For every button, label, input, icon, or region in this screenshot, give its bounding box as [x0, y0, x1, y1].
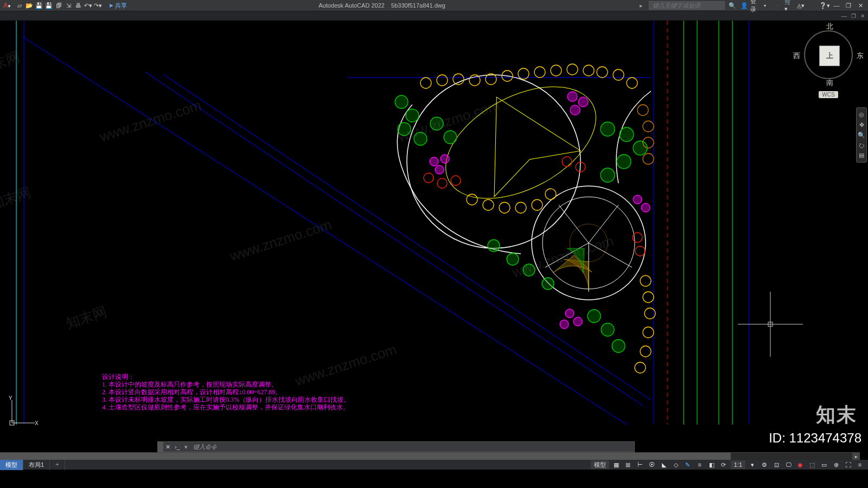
svg-point-78: [633, 233, 642, 242]
svg-point-63: [578, 97, 588, 107]
scale-label[interactable]: 1:1: [731, 460, 745, 469]
workspace-icon[interactable]: ⊡: [771, 460, 781, 469]
svg-point-25: [534, 67, 545, 78]
tab-layout-1[interactable]: 布局1: [23, 460, 50, 470]
ortho-icon[interactable]: ⊢: [635, 460, 645, 469]
doc-restore-icon[interactable]: ❐: [851, 13, 856, 19]
share-button[interactable]: ➤ 共享: [108, 2, 127, 10]
grid-icon[interactable]: ▦: [611, 460, 621, 469]
open-icon[interactable]: 📂: [25, 1, 34, 10]
viewcube-ring[interactable]: 北 南 西 东 上: [804, 30, 853, 79]
notes-line-1: 1. 本设计中的坡度及标高只作参考，按照现场实际高度调整。: [102, 381, 350, 388]
svg-point-69: [573, 317, 582, 326]
gear-icon[interactable]: ⚙: [760, 460, 769, 469]
viewcube-east[interactable]: 东: [857, 51, 864, 61]
export-icon[interactable]: ⇲: [64, 1, 73, 10]
user-icon: 👤: [740, 1, 749, 10]
orbit-icon[interactable]: ⭮: [859, 142, 865, 149]
share-label: 共享: [115, 2, 127, 10]
plot-icon[interactable]: 🗐: [54, 1, 63, 10]
custom-icon[interactable]: ⊕: [831, 460, 841, 469]
osnap-icon[interactable]: ◇: [671, 460, 681, 469]
cleanscreen-icon[interactable]: ▭: [819, 460, 829, 469]
viewcube-top-face[interactable]: 上: [819, 46, 840, 66]
fullscreen-icon[interactable]: ⛶: [843, 460, 853, 469]
svg-point-36: [643, 292, 654, 303]
drawing-canvas[interactable]: 知末网 www.znzmo.com 知末网 www.znzmo.com 知末网 …: [0, 21, 868, 460]
viewcube-north[interactable]: 北: [805, 22, 854, 31]
cmdline-expand-icon[interactable]: ▾: [182, 444, 190, 451]
cmdline-close-icon[interactable]: ✕: [163, 444, 173, 451]
undo-icon[interactable]: ↶▾: [84, 1, 92, 10]
notes-line-4: 4. 土壤造型区仅做原则性参考，应在实施予以校核调整，并保证绿化集水口顺利收水。: [102, 403, 350, 411]
svg-point-72: [641, 203, 650, 212]
cmdline-input[interactable]: 键入命令: [190, 443, 634, 451]
svg-point-53: [617, 155, 631, 169]
restore-icon[interactable]: ❐: [844, 1, 853, 10]
viewcube-west[interactable]: 西: [793, 51, 800, 61]
viewcube[interactable]: 北 南 西 东 上 WCS: [804, 30, 853, 98]
close-icon[interactable]: ✕: [856, 1, 865, 10]
svg-point-75: [451, 176, 461, 185]
status-model-label[interactable]: 模型: [591, 460, 609, 469]
svg-point-54: [601, 168, 615, 182]
redo-icon[interactable]: ↷▾: [93, 1, 102, 10]
svg-point-61: [612, 339, 625, 352]
scrollbar-right-arrow-icon[interactable]: ▸: [852, 453, 860, 460]
saveas-icon[interactable]: 💾: [44, 1, 53, 10]
svg-point-27: [567, 64, 578, 75]
quick-access-toolbar: ▱ 📂 💾 💾 🗐 ⇲ 🖶 ↶▾ ↷▾: [15, 1, 102, 10]
isodraft-icon[interactable]: ◣: [659, 460, 669, 469]
doc-close-icon[interactable]: ✕: [860, 13, 865, 19]
viewcube-south[interactable]: 南: [805, 78, 854, 88]
svg-point-70: [560, 320, 569, 329]
annotate-icon[interactable]: ✎: [683, 460, 693, 469]
svg-point-48: [430, 117, 443, 130]
command-line[interactable]: ✕ ›_ ▾ 键入命令: [157, 441, 635, 452]
search-input[interactable]: [649, 1, 725, 10]
isolate-icon[interactable]: ◉: [795, 460, 805, 469]
login-button[interactable]: 👤 登录 ▾: [740, 1, 769, 10]
svg-point-49: [444, 131, 457, 144]
annoscale-icon[interactable]: ▾: [748, 460, 757, 469]
cycling-icon[interactable]: ⟳: [719, 460, 729, 469]
svg-line-3: [145, 72, 643, 406]
transparency-icon[interactable]: ◧: [707, 460, 717, 469]
cmdline-grip-icon[interactable]: [158, 442, 163, 452]
apps-icon[interactable]: ◬▾: [796, 1, 805, 10]
steering-wheel-icon[interactable]: ◎: [859, 111, 864, 118]
svg-point-74: [437, 178, 447, 188]
status-right: 模型 ▦ ⊞ ⊢ ⦿ ◣ ◇ ✎ ≡ ◧ ⟳ 1:1 ▾ ⚙ ⊡ 🖵 ◉ ⬚ ▭…: [591, 460, 868, 469]
zoom-icon[interactable]: 🔍: [858, 132, 865, 139]
showmotion-icon[interactable]: ▤: [859, 152, 864, 159]
doc-minimize-icon[interactable]: —: [841, 13, 847, 19]
doc-filename: 5b330f517a841.dwg: [391, 2, 445, 9]
share-icon: ➤: [108, 2, 113, 9]
svg-point-29: [467, 194, 477, 205]
save-icon[interactable]: 💾: [35, 1, 43, 10]
app-logo-icon[interactable]: A▾: [3, 2, 11, 9]
minimize-icon[interactable]: —: [832, 1, 841, 10]
tab-model[interactable]: 模型: [0, 460, 23, 470]
tab-add[interactable]: +: [50, 460, 65, 470]
hardware-icon[interactable]: ⬚: [807, 460, 817, 469]
print-icon[interactable]: 🖶: [74, 1, 82, 10]
polar-icon[interactable]: ⦿: [647, 460, 657, 469]
svg-point-35: [640, 275, 651, 286]
snap-icon[interactable]: ⊞: [623, 460, 633, 469]
lineweight-icon[interactable]: ≡: [695, 460, 705, 469]
help-icon[interactable]: ❔▾: [820, 1, 829, 10]
horizontal-scrollbar[interactable]: ▸: [0, 452, 860, 460]
monitor-icon[interactable]: 🖵: [783, 460, 793, 469]
search-icon[interactable]: 🔍: [728, 1, 737, 10]
cart-icon[interactable]: 🛒▾: [784, 1, 793, 10]
svg-point-22: [486, 74, 496, 85]
menu-icon[interactable]: ≡: [855, 460, 865, 469]
wcs-label[interactable]: WCS: [819, 91, 838, 98]
status-bar: 模型 布局1 + 模型 ▦ ⊞ ⊢ ⦿ ◣ ◇ ✎ ≡ ◧ ⟳ 1:1 ▾ ⚙ …: [0, 460, 868, 470]
scrollbar-thumb[interactable]: [0, 453, 731, 460]
svg-point-59: [588, 310, 601, 323]
new-icon[interactable]: ▱: [15, 1, 24, 10]
svg-point-20: [453, 74, 464, 85]
pan-icon[interactable]: ✥: [859, 121, 864, 129]
